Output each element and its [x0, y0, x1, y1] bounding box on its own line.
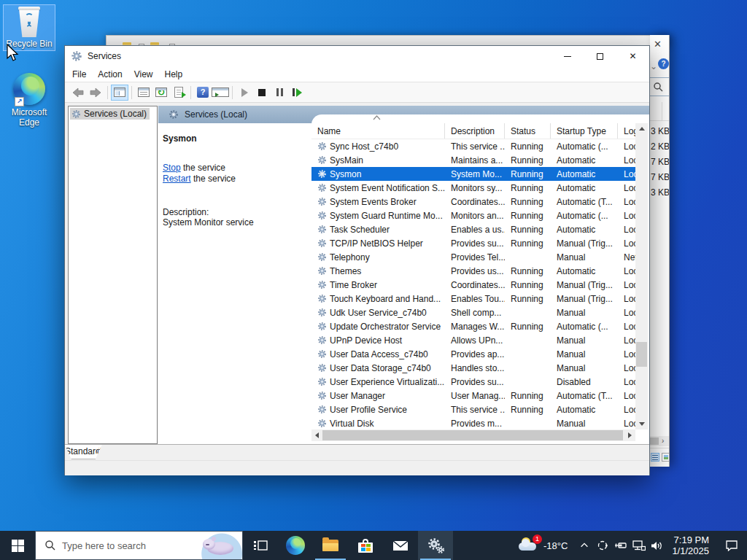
details-view-icon[interactable]: [651, 453, 659, 462]
action-center-button[interactable]: [716, 540, 747, 551]
table-row[interactable]: Sync Host_c74b0 This service ... Running…: [311, 139, 635, 153]
description-label: Description:: [163, 207, 306, 217]
taskbar-services-button[interactable]: [418, 531, 453, 560]
show-console-tree-button[interactable]: [111, 85, 128, 101]
tray-power-button[interactable]: [611, 540, 630, 551]
table-row[interactable]: Sysmon System Mo... Running Automatic Lo…: [311, 167, 635, 181]
column-header-name[interactable]: Name: [311, 123, 445, 139]
table-row[interactable]: User Manager User Manag... Running Autom…: [311, 389, 635, 402]
weather-widget[interactable]: 1 -18°C: [511, 537, 575, 554]
table-row[interactable]: Touch Keyboard and Hand... Enables Tou..…: [311, 292, 635, 306]
restart-service-button[interactable]: [288, 85, 306, 101]
column-header-description[interactable]: Description: [445, 123, 505, 139]
scrollbar-thumb[interactable]: [636, 342, 647, 367]
forward-button[interactable]: [87, 85, 104, 101]
taskbar-clock[interactable]: 7:19 PM 1/1/2025: [666, 534, 716, 556]
table-row[interactable]: Task Scheduler Enables a us... Running A…: [311, 222, 635, 236]
properties-button[interactable]: [135, 85, 152, 101]
column-header-status[interactable]: Status: [505, 123, 551, 139]
menu-item[interactable]: Action: [92, 66, 128, 82]
table-row[interactable]: Virtual Disk Provides m... Manual Loca: [311, 416, 635, 430]
table-row[interactable]: User Data Storage_c74b0 Handles sto... M…: [311, 361, 635, 375]
table-row[interactable]: System Event Notification S... Monitors …: [311, 181, 635, 195]
table-row[interactable]: Udk User Service_c74b0 Shell comp... Man…: [311, 306, 635, 319]
help-button[interactable]: ?: [194, 85, 212, 101]
close-icon[interactable]: ✕: [654, 39, 662, 50]
service-list-panel: Name Description Status Startup Type Log: [311, 114, 649, 444]
start-button[interactable]: [0, 531, 35, 560]
taskbar-search-input[interactable]: Type here to search: [35, 531, 243, 560]
list-horizontal-scrollbar[interactable]: [311, 429, 635, 441]
cell-description: User Manag...: [445, 391, 505, 401]
table-row[interactable]: User Profile Service This service ... Ru…: [311, 402, 635, 416]
back-button[interactable]: [69, 85, 87, 101]
table-row[interactable]: Time Broker Coordinates... Running Manua…: [311, 278, 635, 292]
tray-volume-button[interactable]: [648, 540, 666, 551]
help-icon[interactable]: ?: [658, 58, 669, 69]
taskbar-store-button[interactable]: [348, 531, 383, 560]
export-list-button[interactable]: [170, 85, 187, 101]
cell-log-on-as: Loca: [618, 377, 635, 387]
scroll-left-icon[interactable]: [311, 429, 322, 441]
table-row[interactable]: System Events Broker Coordinates... Runn…: [311, 195, 635, 209]
menu-item[interactable]: View: [128, 66, 159, 82]
tree-item-services-local[interactable]: Services (Local): [70, 108, 150, 120]
restart-service-link[interactable]: Restart: [163, 174, 191, 184]
title-bar[interactable]: Services ✕: [65, 46, 649, 66]
close-button[interactable]: ✕: [616, 46, 649, 66]
tray-meet-now-button[interactable]: [593, 540, 611, 551]
cell-description: Provides ap...: [445, 349, 505, 359]
scroll-right-icon[interactable]: ›: [662, 436, 664, 446]
cell-log-on-as: Loca: [618, 363, 635, 373]
tray-network-button[interactable]: [630, 540, 648, 551]
menu-item[interactable]: Help: [159, 66, 189, 82]
refresh-button[interactable]: ↻: [152, 85, 170, 101]
minimize-button[interactable]: [551, 46, 584, 66]
thumbnail-view-icon[interactable]: [662, 453, 670, 462]
menu-item[interactable]: File: [66, 66, 92, 82]
table-row[interactable]: System Guard Runtime Mo... Monitors an..…: [311, 209, 635, 222]
taskbar-file-explorer-button[interactable]: [313, 531, 348, 560]
file-explorer-icon: [322, 540, 338, 551]
table-row[interactable]: User Experience Virtualizati... Provides…: [311, 375, 635, 389]
scroll-up-icon[interactable]: [635, 123, 648, 134]
explorer-search-box[interactable]: [650, 77, 670, 96]
cell-status: Running: [505, 211, 551, 221]
chevron-down-icon[interactable]: ⌄: [650, 61, 657, 71]
pause-service-button[interactable]: [271, 85, 288, 101]
hidden-icons-chevron[interactable]: [575, 540, 593, 551]
cell-startup-type: Automatic (...: [551, 211, 618, 221]
chevron-up-icon: [579, 540, 589, 551]
cell-status: Running: [505, 169, 551, 179]
system-tray: 1 -18°C: [511, 531, 747, 560]
stop-service-button[interactable]: [253, 85, 271, 101]
column-header-log-on-as[interactable]: Log: [618, 123, 635, 139]
stop-service-link[interactable]: Stop: [163, 163, 181, 173]
table-row[interactable]: User Data Access_c74b0 Provides ap... Ma…: [311, 347, 635, 361]
scroll-down-icon[interactable]: [635, 419, 648, 429]
show-action-pane-button[interactable]: [212, 85, 229, 101]
table-row[interactable]: SysMain Maintains a... Running Automatic…: [311, 153, 635, 167]
taskbar-edge-button[interactable]: [278, 531, 313, 560]
task-view-icon: [253, 539, 268, 552]
column-header-startup-type[interactable]: Startup Type: [551, 123, 618, 139]
table-row[interactable]: UPnP Device Host Allows UPn... Manual Lo…: [311, 333, 635, 347]
desktop-icon-microsoft-edge[interactable]: ↗ Microsoft Edge: [6, 73, 53, 128]
scrollbar-thumb[interactable]: [322, 430, 623, 440]
cell-description: This service ...: [445, 141, 505, 152]
explorer-horizontal-scrollbar[interactable]: ›: [650, 436, 670, 446]
table-row[interactable]: Update Orchestrator Service Manages W...…: [311, 319, 635, 333]
table-row[interactable]: Themes Provides us... Running Automatic …: [311, 264, 635, 278]
list-vertical-scrollbar[interactable]: [635, 123, 648, 429]
service-gear-icon: [317, 141, 327, 151]
cell-startup-type: Automatic (...: [551, 141, 618, 152]
scroll-right-icon[interactable]: [624, 429, 635, 441]
task-view-button[interactable]: [243, 531, 278, 560]
start-service-button[interactable]: [236, 85, 253, 101]
taskbar-mail-button[interactable]: [383, 531, 418, 560]
view-tabs: Extended Standard: [65, 444, 649, 460]
service-gear-icon: [317, 252, 327, 262]
table-row[interactable]: Telephony Provides Tel... Manual Netw: [311, 250, 635, 264]
table-row[interactable]: TCP/IP NetBIOS Helper Provides su... Run…: [311, 236, 635, 250]
maximize-button[interactable]: [584, 46, 616, 66]
